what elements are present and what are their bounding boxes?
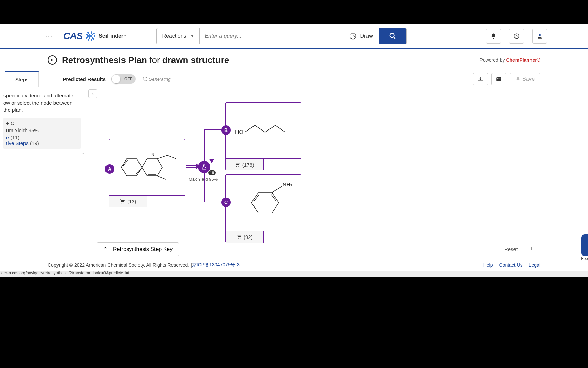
- legal-link[interactable]: Legal: [529, 262, 540, 268]
- node-badge-a: A: [105, 164, 114, 174]
- svg-marker-8: [121, 159, 142, 176]
- clock-icon: [513, 33, 520, 39]
- draw-hexagon-icon: [349, 32, 357, 40]
- download-icon: [477, 76, 484, 82]
- spinner-icon: [143, 77, 147, 81]
- search-button[interactable]: [379, 28, 406, 44]
- svg-line-15: [167, 155, 176, 159]
- zoom-out-button[interactable]: −: [482, 242, 499, 256]
- footer: Copyright © 2022 American Chemical Socie…: [0, 259, 588, 271]
- page-title: Retrosynthesis Plan for drawn structure: [62, 55, 229, 65]
- cart-icon: [120, 199, 125, 204]
- browser-status-bar: der-n.cas.org/navigate/retrosynthesis/?t…: [0, 271, 588, 277]
- svg-point-5: [539, 34, 541, 36]
- app-menu-button[interactable]: ⋮: [44, 32, 53, 40]
- toolbar: Steps Predicted Results OFF Generating S…: [0, 71, 588, 87]
- powered-by: Powered by ChemPlanner®: [480, 57, 540, 63]
- suppliers-b-button[interactable]: (176): [226, 159, 264, 170]
- molecule-b-empty-cell[interactable]: [264, 159, 301, 170]
- person-icon: [537, 33, 543, 39]
- draw-label: Draw: [360, 33, 373, 39]
- feedback-label: Fee: [581, 256, 588, 261]
- svg-line-14: [157, 155, 167, 159]
- svg-line-1: [354, 35, 356, 37]
- page-title-bar: Retrosynthesis Plan for drawn structure …: [0, 49, 588, 71]
- svg-point-18: [121, 203, 122, 203]
- bell-icon: [490, 33, 496, 39]
- svg-point-29: [238, 238, 239, 239]
- logo-cas-text: CAS: [63, 31, 82, 42]
- suppliers-a-button[interactable]: (13): [109, 196, 147, 207]
- search-type-dropdown[interactable]: Reactions ▼: [157, 28, 200, 44]
- svg-text:NH₂: NH₂: [283, 182, 292, 187]
- svg-point-2: [390, 33, 394, 37]
- email-button[interactable]: [491, 73, 506, 85]
- svg-rect-7: [496, 77, 501, 81]
- feedback-tab[interactable]: [581, 234, 588, 256]
- generating-status: Generating: [143, 77, 170, 82]
- flask-icon: [201, 164, 207, 170]
- molecule-a-empty-cell[interactable]: [147, 196, 185, 207]
- account-button[interactable]: [532, 29, 547, 44]
- cart-icon: [235, 162, 240, 167]
- envelope-icon: [496, 76, 502, 82]
- svg-line-16: [157, 176, 166, 179]
- svg-point-19: [123, 203, 124, 203]
- max-yield-label: Max Yield 95%: [189, 177, 218, 182]
- chevron-down-icon: ▼: [191, 34, 194, 38]
- chevron-up-icon: ⌃: [103, 246, 108, 252]
- predicted-results-label: Predicted Results: [63, 76, 106, 82]
- bell-save-icon: [516, 77, 520, 81]
- logo-scifinder-text: SciFinderⁿ: [99, 33, 126, 39]
- molecule-card-b[interactable]: HO (176): [225, 102, 301, 170]
- download-button[interactable]: [473, 73, 488, 85]
- cart-icon: [236, 234, 242, 240]
- logo-swirl-icon: [86, 31, 95, 41]
- predicted-toggle[interactable]: OFF: [111, 74, 136, 84]
- copyright-text: Copyright © 2022 American Chemical Socie…: [48, 262, 192, 268]
- molecule-card-a[interactable]: N (13): [109, 139, 185, 207]
- icp-link[interactable]: 京ICP备13047075号-3: [192, 262, 240, 268]
- reaction-count-badge: 19: [208, 170, 216, 175]
- svg-line-3: [394, 37, 396, 39]
- draw-button[interactable]: Draw: [343, 28, 379, 44]
- tab-steps[interactable]: Steps: [5, 71, 39, 87]
- search-input[interactable]: [200, 28, 343, 44]
- svg-point-30: [240, 238, 240, 239]
- main-canvas: specific evidence and alternate ow or se…: [0, 87, 588, 259]
- molecule-card-c[interactable]: NH₂ (92): [225, 174, 301, 243]
- save-button[interactable]: Save: [510, 73, 540, 85]
- dropdown-indicator-icon[interactable]: [209, 159, 214, 163]
- app-header: ⋮ CAS SciFinderⁿ Reactions ▼ Draw: [0, 24, 588, 49]
- node-badge-b: B: [221, 125, 231, 135]
- svg-point-21: [236, 166, 237, 167]
- contact-link[interactable]: Contact Us: [499, 262, 522, 268]
- svg-marker-0: [350, 33, 356, 39]
- molecule-b-structure: HO: [231, 115, 296, 146]
- search-bar: Reactions ▼ Draw: [156, 28, 406, 44]
- svg-text:N: N: [151, 152, 154, 157]
- molecule-c-structure: NH₂: [231, 179, 296, 227]
- retrosynthesis-arrow: [186, 165, 197, 168]
- retrosynthesis-icon: [48, 55, 57, 65]
- toggle-state-label: OFF: [124, 77, 132, 81]
- svg-text:HO: HO: [235, 129, 243, 135]
- svg-point-22: [238, 166, 239, 167]
- notifications-button[interactable]: [486, 29, 501, 44]
- suppliers-c-button[interactable]: (92): [226, 231, 264, 243]
- step-key-button[interactable]: ⌃ Retrosynthesis Step Key: [97, 242, 179, 256]
- node-badge-c: C: [221, 198, 231, 207]
- search-icon: [389, 32, 396, 40]
- zoom-controls: − Reset +: [482, 242, 540, 256]
- toggle-knob: [112, 75, 120, 83]
- molecule-c-empty-cell[interactable]: [264, 231, 301, 243]
- history-button[interactable]: [509, 29, 524, 44]
- logo[interactable]: CAS SciFinderⁿ: [63, 31, 126, 42]
- svg-marker-23: [251, 193, 279, 213]
- help-link[interactable]: Help: [483, 262, 493, 268]
- zoom-reset-button[interactable]: Reset: [499, 242, 523, 256]
- molecule-a-structure: N: [115, 149, 179, 186]
- search-type-label: Reactions: [162, 33, 186, 39]
- zoom-in-button[interactable]: +: [523, 242, 540, 256]
- svg-marker-9: [142, 159, 162, 176]
